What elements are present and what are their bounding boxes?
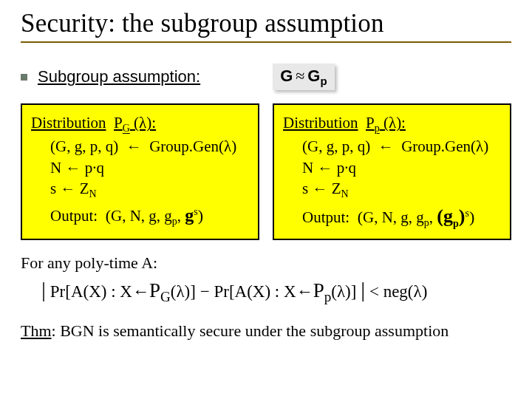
pg-l1-a: (G, g, p, q) — [50, 137, 118, 155]
g-approx-gp: G≈Gp — [280, 66, 327, 87]
approx-symbol: ≈ — [293, 66, 307, 85]
pp-output: Output: (G, N, g, gp, (gp)s) — [283, 203, 502, 231]
pg-out-close: ) — [198, 206, 203, 225]
pg-header-lam: (λ): — [134, 114, 156, 132]
p2: P — [313, 279, 324, 301]
pp-out-close: ) — [469, 208, 474, 226]
thm-body: : BGN is semantically secure under the s… — [52, 321, 449, 340]
g-left: G — [280, 66, 293, 85]
pg-out-body-sub: p — [172, 216, 177, 227]
ax2: A(X) : X — [235, 282, 296, 301]
pr2: Pr — [214, 282, 228, 301]
distribution-boxes: Distribution PG (λ): (G, g, p, q) ← Grou… — [21, 103, 511, 240]
pp-line2: N ← p·q — [283, 157, 502, 178]
pg-l2-b: p·q — [85, 159, 104, 177]
pg-output: Output: (G, N, g, gp, gs) — [31, 203, 250, 229]
pp-line1: (G, g, p, q) ← Group.Gen(λ) — [283, 136, 502, 157]
title-wrap: Security: the subgroup assumption — [21, 9, 511, 47]
p1sub: G — [160, 289, 171, 304]
pp-header-p: P — [366, 114, 375, 132]
left-arrow-icon: ← — [317, 159, 332, 177]
g-right-sub: p — [320, 75, 327, 87]
p1arg: (λ) — [171, 282, 190, 301]
pg-header: Distribution PG (λ): — [31, 112, 250, 136]
pp-out-gp: (gp) — [437, 205, 465, 227]
br-open2: [ — [229, 282, 235, 301]
minus: − — [200, 282, 214, 301]
slide-title: Security: the subgroup assumption — [21, 9, 511, 38]
left-arrow-icon: ← — [132, 282, 149, 301]
ax1: A(X) : X — [71, 282, 132, 301]
theorem: Thm: BGN is semantically secure under th… — [21, 321, 511, 341]
pp-out-label: Output: — [302, 208, 349, 226]
heading-row: Subgroup assumption: G≈Gp — [21, 64, 511, 90]
pg-line3: s ← ZN — [31, 178, 250, 202]
subgroup-assumption-label: Subgroup assumption: — [38, 67, 200, 86]
pg-out-comma: , — [177, 207, 181, 225]
probability-inequality: | Pr[A(X) : X←PG(λ)] − Pr[A(X) : X←Pp(λ)… — [21, 277, 511, 305]
g-approx-gp-box: G≈Gp — [273, 64, 335, 90]
pp-out-gp-open: (g — [437, 205, 453, 227]
pg-out-open: ( — [106, 206, 111, 225]
left-arrow-icon: ← — [60, 180, 75, 197]
abs-close: | — [361, 277, 365, 301]
bullet-icon — [21, 74, 27, 81]
pg-l2-a: N — [50, 159, 61, 177]
pp-l1-b: Group.Gen(λ) — [401, 137, 488, 155]
pp-header: Distribution Pp (λ): — [283, 112, 502, 136]
p1: P — [149, 279, 160, 301]
distribution-pg-box: Distribution PG (λ): (G, g, p, q) ← Grou… — [21, 103, 259, 240]
pp-out-open: ( — [358, 208, 363, 226]
pp-l3-a: s — [302, 180, 308, 197]
pg-l3-b: Z — [80, 180, 89, 197]
pg-l3-a: s — [50, 180, 56, 197]
pp-header-prefix: Distribution — [283, 114, 358, 132]
pg-line2: N ← p·q — [31, 157, 250, 178]
pg-header-psub: G — [123, 123, 130, 134]
br-close1: ] — [190, 282, 196, 301]
title-rule — [21, 41, 511, 43]
thm-label: Thm — [21, 321, 52, 340]
left-arrow-icon: ← — [296, 282, 313, 301]
pp-l1-a: (G, g, p, q) — [302, 137, 370, 155]
pp-line3: s ← ZN — [283, 178, 502, 202]
left-arrow-icon: ← — [65, 159, 81, 177]
left-arrow-icon: ← — [312, 180, 327, 197]
left-arrow-icon: ← — [378, 137, 394, 155]
for-any-poly-time: For any poly-time A: — [21, 253, 511, 273]
pg-line1: (G, g, p, q) ← Group.Gen(λ) — [31, 136, 250, 157]
pr1: Pr — [50, 282, 65, 301]
p2arg: (λ) — [331, 282, 350, 301]
pp-l2-a: N — [302, 159, 313, 177]
g-right: G — [307, 66, 320, 85]
left-arrow-icon: ← — [126, 137, 142, 155]
pg-header-prefix: Distribution — [31, 114, 106, 132]
pp-l3-bsub: N — [341, 188, 349, 200]
pp-l3-b: Z — [332, 180, 341, 197]
lt: < — [369, 282, 383, 301]
pp-out-body-sub: p — [424, 217, 429, 228]
br-open1: [ — [65, 282, 71, 301]
neg-lambda: neg(λ) — [383, 282, 428, 301]
pp-header-lam: (λ): — [383, 114, 406, 132]
pg-l1-b: Group.Gen(λ) — [149, 137, 236, 155]
pp-header-psub: p — [375, 123, 380, 134]
abs-open: | — [41, 277, 46, 301]
slide: Security: the subgroup assumption Subgro… — [0, 0, 532, 399]
pg-out-label: Output: — [50, 207, 98, 225]
pg-header-p: P — [114, 114, 123, 132]
distribution-pp-box: Distribution Pp (λ): (G, g, p, q) ← Grou… — [273, 103, 511, 240]
pp-out-comma: , — [429, 208, 433, 226]
pg-out-body: G, N, g, g — [111, 207, 172, 225]
pp-out-body: G, N, g, g — [363, 208, 424, 226]
pg-l3-bsub: N — [89, 188, 97, 200]
pp-l2-b: p·q — [337, 159, 356, 177]
pp-out-gp-sub: p — [453, 218, 459, 229]
pg-out-g: g — [185, 205, 194, 225]
br-close2: ] — [351, 282, 357, 301]
p2sub: p — [324, 289, 332, 304]
